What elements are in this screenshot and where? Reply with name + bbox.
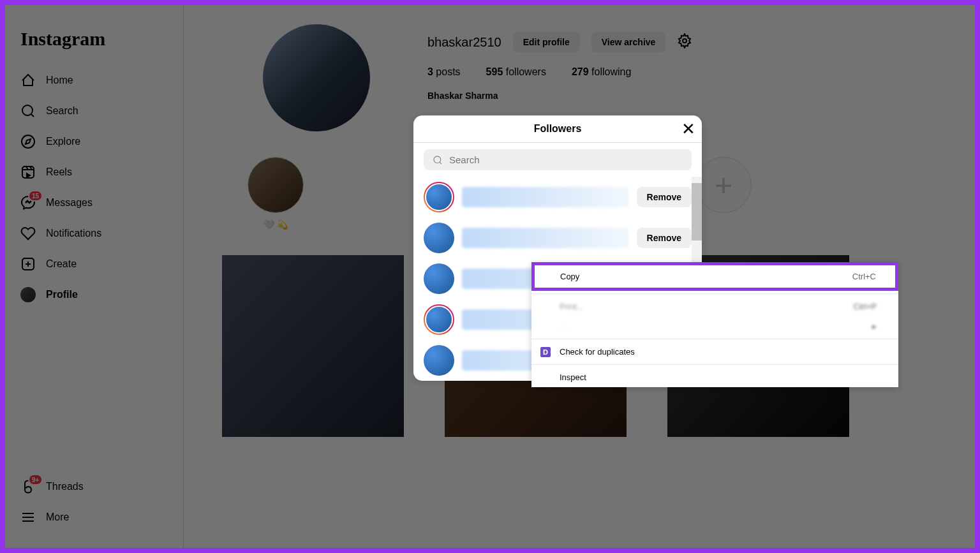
ctx-shortcut: Ctrl+P xyxy=(854,302,877,311)
ctx-duplicates[interactable]: D Check for duplicates xyxy=(531,342,898,362)
search-icon xyxy=(433,155,443,165)
remove-button[interactable]: Remove xyxy=(637,187,692,207)
nav-threads[interactable]: 9+ Threads xyxy=(13,471,175,502)
username: bhaskar2510 xyxy=(427,35,501,50)
nav-reels[interactable]: Reels xyxy=(13,157,175,188)
profile-stats: 3 posts 595 followers 279 following xyxy=(427,66,937,78)
nav-explore[interactable]: Explore xyxy=(13,126,175,157)
heart-icon xyxy=(20,226,36,241)
profile-picture[interactable] xyxy=(263,24,370,131)
compass-icon xyxy=(20,134,36,149)
threads-badge: 9+ xyxy=(28,474,43,485)
home-icon xyxy=(20,73,36,88)
search-box[interactable] xyxy=(424,149,692,170)
reels-icon xyxy=(20,165,36,180)
ctx-copy[interactable]: Copy Ctrl+C xyxy=(531,262,898,291)
ctx-shortcut: Ctrl+C xyxy=(852,272,876,281)
posts-count: 3 posts xyxy=(427,66,461,78)
nav-messages[interactable]: 15 Messages xyxy=(13,188,175,218)
nav-label: More xyxy=(46,512,69,523)
ctx-submenu[interactable]: … ▸ xyxy=(531,316,898,336)
follower-avatar[interactable] xyxy=(424,345,454,376)
follower-item: Remove xyxy=(413,218,702,258)
svg-point-1 xyxy=(22,135,34,148)
svg-marker-2 xyxy=(26,139,31,144)
follower-avatar[interactable] xyxy=(424,223,454,253)
ctx-label: Check for duplicates xyxy=(560,347,635,357)
nav-create[interactable]: Create xyxy=(13,249,175,279)
ctx-inspect[interactable]: Inspect xyxy=(531,367,898,387)
following-count[interactable]: 279 following xyxy=(572,66,631,78)
highlight-item[interactable]: 🤍 💫 xyxy=(248,157,304,230)
nav-more[interactable]: More xyxy=(13,502,175,533)
ctx-label: Copy xyxy=(560,272,579,281)
nav-label: Create xyxy=(46,258,77,270)
svg-point-6 xyxy=(434,156,441,163)
plus-square-icon xyxy=(20,256,36,272)
follower-username[interactable] xyxy=(462,187,629,207)
nav-label: Search xyxy=(46,105,78,117)
highlight-new[interactable]: + xyxy=(695,157,752,230)
messages-badge: 15 xyxy=(28,190,43,202)
edit-profile-button[interactable]: Edit profile xyxy=(513,32,580,52)
view-archive-button[interactable]: View archive xyxy=(591,32,666,52)
nav-home[interactable]: Home xyxy=(13,65,175,96)
followers-count[interactable]: 595 followers xyxy=(486,66,546,78)
remove-button[interactable]: Remove xyxy=(637,228,692,248)
duplicate-icon: D xyxy=(540,347,551,357)
ctx-label: Inspect xyxy=(560,372,586,382)
search-icon xyxy=(20,103,36,119)
close-button[interactable]: ✕ xyxy=(681,121,695,137)
svg-point-5 xyxy=(683,39,687,43)
nav-label: Profile xyxy=(46,289,78,300)
instagram-logo[interactable]: Instagram xyxy=(13,20,175,65)
nav-profile[interactable]: Profile xyxy=(13,279,175,310)
ctx-label: Print... xyxy=(560,302,584,311)
search-input[interactable] xyxy=(449,154,683,165)
display-name: Bhaskar Sharma xyxy=(427,91,937,101)
avatar-icon xyxy=(20,287,36,302)
nav-label: Reels xyxy=(46,166,72,178)
follower-avatar[interactable] xyxy=(424,182,454,212)
nav-label: Threads xyxy=(46,481,84,492)
nav-label: Messages xyxy=(46,197,93,209)
nav-label: Explore xyxy=(46,136,80,147)
nav-label: Notifications xyxy=(46,228,101,239)
context-menu: Copy Ctrl+C Print... Ctrl+P … ▸ D Check … xyxy=(531,262,898,387)
post-thumbnail[interactable] xyxy=(222,255,404,437)
follower-avatar[interactable] xyxy=(424,263,454,294)
follower-avatar[interactable] xyxy=(424,304,454,335)
plus-icon: + xyxy=(715,168,732,203)
ctx-print[interactable]: Print... Ctrl+P xyxy=(531,297,898,316)
menu-icon xyxy=(20,510,36,525)
nav-label: Home xyxy=(46,75,73,86)
chevron-right-icon: ▸ xyxy=(872,321,877,331)
sidebar: Instagram Home Search Explore Reels 15 M… xyxy=(5,5,184,548)
svg-point-0 xyxy=(22,105,33,115)
modal-title: Followers xyxy=(534,123,582,135)
follower-item: Remove xyxy=(413,177,702,218)
nav-notifications[interactable]: Notifications xyxy=(13,218,175,249)
settings-icon[interactable] xyxy=(677,33,692,51)
nav-search[interactable]: Search xyxy=(13,96,175,126)
follower-username[interactable] xyxy=(462,228,629,248)
